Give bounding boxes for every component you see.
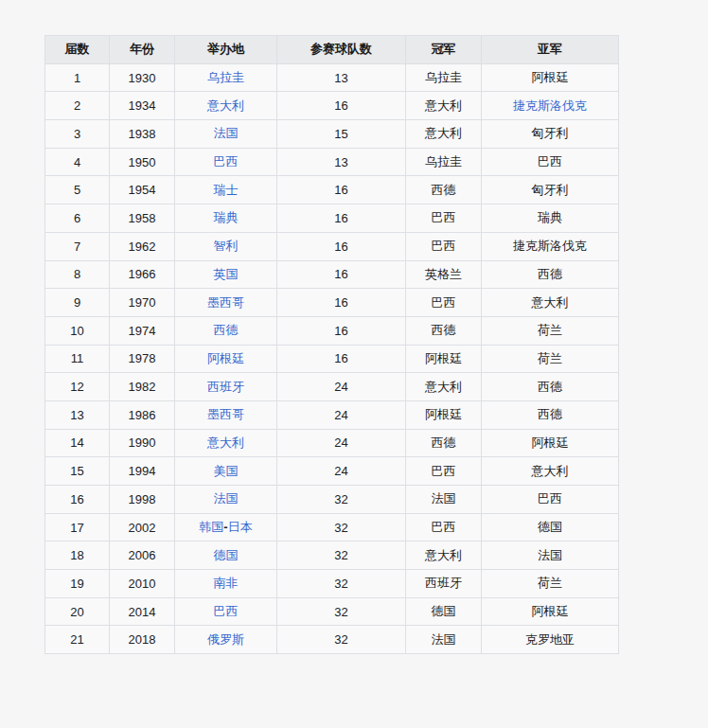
- table-row: 91970墨西哥16巴西意大利: [45, 289, 619, 317]
- host-link[interactable]: 意大利: [207, 435, 244, 450]
- host-cell: 俄罗斯: [175, 626, 277, 654]
- host-cell: 法国: [175, 120, 277, 149]
- runner-up-cell: 意大利: [482, 457, 619, 486]
- host-link[interactable]: 意大利: [207, 98, 244, 113]
- host-cell: 意大利: [175, 429, 277, 457]
- runner-up-cell: 瑞典: [482, 204, 619, 233]
- table-row: 141990意大利24西德阿根廷: [45, 429, 619, 457]
- table-row: 151994美国24巴西意大利: [45, 457, 619, 486]
- edition-cell: 19: [45, 570, 110, 598]
- year-cell: 2018: [110, 626, 175, 654]
- runner-up-link[interactable]: 捷克斯洛伐克: [513, 98, 587, 113]
- runner-up-cell: 意大利: [482, 289, 619, 317]
- host-link[interactable]: 瑞典: [214, 210, 239, 224]
- table-row: 81966英国16英格兰西德: [45, 260, 619, 289]
- runner-up-cell: 法国: [482, 542, 619, 570]
- host-link[interactable]: 阿根廷: [207, 351, 244, 365]
- runner-up-cell: 西德: [482, 373, 619, 401]
- runner-up-cell: 巴西: [482, 148, 619, 176]
- host-link[interactable]: 法国: [214, 126, 239, 140]
- host-link[interactable]: 美国: [214, 464, 239, 478]
- column-header-host: 举办地: [175, 36, 277, 64]
- edition-cell: 6: [45, 204, 110, 233]
- world-cup-table: 届数 年份 举办地 参赛球队数 冠军 亚军 11930乌拉圭13乌拉圭阿根廷21…: [44, 35, 619, 654]
- world-cup-table-container: 届数 年份 举办地 参赛球队数 冠军 亚军 11930乌拉圭13乌拉圭阿根廷21…: [44, 35, 619, 654]
- host-link[interactable]: 法国: [214, 491, 239, 506]
- host-link[interactable]: 韩国: [199, 520, 223, 534]
- host-link[interactable]: 西德: [214, 323, 239, 337]
- host-link[interactable]: 瑞士: [214, 183, 239, 197]
- table-row: 212018俄罗斯32法国克罗地亚: [45, 626, 619, 654]
- host-cell: 瑞士: [175, 176, 277, 204]
- host-link[interactable]: 墨西哥: [207, 295, 244, 310]
- teams-cell: 13: [277, 148, 406, 176]
- host-cell: 法国: [175, 486, 277, 514]
- champion-cell: 西德: [406, 176, 482, 204]
- host-link[interactable]: 日本: [228, 520, 253, 534]
- host-cell: 韩国-日本: [175, 513, 277, 542]
- teams-cell: 24: [277, 400, 406, 429]
- host-link[interactable]: 俄罗斯: [207, 632, 244, 647]
- year-cell: 2014: [110, 597, 175, 626]
- runner-up-cell: 荷兰: [482, 316, 619, 345]
- table-row: 61958瑞典16巴西瑞典: [45, 204, 619, 233]
- host-cell: 阿根廷: [175, 345, 277, 373]
- champion-cell: 巴西: [406, 232, 482, 260]
- host-cell: 墨西哥: [175, 289, 277, 317]
- teams-cell: 16: [277, 260, 406, 289]
- host-link[interactable]: 智利: [214, 239, 239, 253]
- runner-up-cell: 克罗地亚: [482, 626, 619, 654]
- edition-cell: 2: [45, 92, 110, 120]
- column-header-year: 年份: [110, 36, 175, 64]
- year-cell: 1994: [110, 457, 175, 486]
- runner-up-cell: 荷兰: [482, 345, 619, 373]
- edition-cell: 20: [45, 597, 110, 626]
- host-link[interactable]: 乌拉圭: [207, 70, 244, 84]
- host-cell: 墨西哥: [175, 400, 277, 429]
- year-cell: 1966: [110, 260, 175, 289]
- teams-cell: 16: [277, 232, 406, 260]
- host-link[interactable]: 英国: [214, 267, 239, 281]
- teams-cell: 32: [277, 513, 406, 542]
- table-header: 届数 年份 举办地 参赛球队数 冠军 亚军: [45, 36, 619, 64]
- host-link[interactable]: 德国: [214, 548, 239, 562]
- host-link[interactable]: 西班牙: [207, 380, 244, 394]
- teams-cell: 16: [277, 289, 406, 317]
- host-cell: 德国: [175, 542, 277, 570]
- runner-up-cell: 西德: [482, 260, 619, 289]
- year-cell: 1970: [110, 289, 175, 317]
- champion-cell: 意大利: [406, 373, 482, 401]
- table-row: 51954瑞士16西德匈牙利: [45, 176, 619, 204]
- teams-cell: 32: [277, 597, 406, 626]
- host-link[interactable]: 巴西: [214, 604, 239, 618]
- champion-cell: 英格兰: [406, 260, 482, 289]
- teams-cell: 16: [277, 204, 406, 233]
- edition-cell: 18: [45, 542, 110, 570]
- runner-up-cell: 阿根廷: [482, 429, 619, 457]
- champion-cell: 法国: [406, 486, 482, 514]
- year-cell: 2006: [110, 542, 175, 570]
- champion-cell: 法国: [406, 626, 482, 654]
- table-row: 192010南非32西班牙荷兰: [45, 570, 619, 598]
- table-row: 31938法国15意大利匈牙利: [45, 120, 619, 149]
- host-cell: 智利: [175, 232, 277, 260]
- host-link[interactable]: 南非: [214, 576, 239, 590]
- champion-cell: 德国: [406, 597, 482, 626]
- table-row: 111978阿根廷16阿根廷荷兰: [45, 345, 619, 373]
- champion-cell: 阿根廷: [406, 345, 482, 373]
- champion-cell: 意大利: [406, 542, 482, 570]
- table-row: 161998法国32法国巴西: [45, 486, 619, 514]
- runner-up-cell: 德国: [482, 513, 619, 542]
- teams-cell: 32: [277, 570, 406, 598]
- champion-cell: 巴西: [406, 204, 482, 233]
- edition-cell: 21: [45, 626, 110, 654]
- table-row: 41950巴西13乌拉圭巴西: [45, 148, 619, 176]
- teams-cell: 16: [277, 345, 406, 373]
- teams-cell: 16: [277, 92, 406, 120]
- champion-cell: 巴西: [406, 457, 482, 486]
- runner-up-cell: 匈牙利: [482, 176, 619, 204]
- edition-cell: 16: [45, 486, 110, 514]
- edition-cell: 4: [45, 148, 110, 176]
- host-link[interactable]: 巴西: [214, 154, 239, 169]
- host-link[interactable]: 墨西哥: [207, 407, 244, 421]
